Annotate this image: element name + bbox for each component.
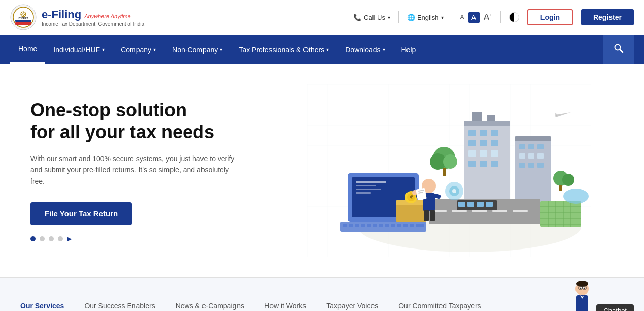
- language-chevron-icon: ▾: [441, 15, 444, 20]
- divider-3: [500, 11, 501, 23]
- svg-rect-27: [464, 121, 510, 126]
- svg-rect-23: [491, 150, 498, 157]
- carousel-next-icon[interactable]: ▶: [67, 235, 72, 242]
- globe-icon: 🌐: [407, 14, 415, 21]
- login-button[interactable]: Login: [527, 9, 573, 25]
- svg-rect-71: [356, 181, 386, 183]
- noncompany-chevron-icon: ▾: [220, 47, 222, 52]
- nav-item-home[interactable]: Home: [10, 36, 45, 64]
- svg-rect-25: [480, 161, 487, 167]
- svg-point-115: [584, 288, 585, 289]
- nav-downloads-label: Downloads: [345, 46, 380, 54]
- svg-rect-19: [480, 140, 487, 146]
- how-it-works-label: How it Works: [264, 302, 306, 310]
- chatbot-label-container[interactable]: Chatbot: [596, 304, 634, 311]
- bottom-tab-taxpayer-voices[interactable]: Taxpayer Voices: [316, 294, 388, 311]
- svg-rect-99: [424, 210, 429, 221]
- svg-rect-101: [416, 188, 427, 201]
- chatbot-widget: Chatbot: [568, 278, 634, 311]
- isometric-scene-svg: ₹: [307, 84, 591, 257]
- svg-rect-58: [486, 202, 493, 207]
- nav-noncompany-label: Non-Company: [172, 46, 218, 54]
- taxpayer-voices-label: Taxpayer Voices: [326, 302, 378, 310]
- nav-item-taxprofessionals[interactable]: Tax Professionals & Others ▾: [230, 37, 337, 63]
- hero-title-line2: for all your tax needs: [30, 121, 214, 142]
- news-campaigns-label: News & e-Campaigns: [176, 302, 244, 310]
- bottom-tab-how-it-works[interactable]: How it Works: [254, 294, 316, 311]
- svg-rect-50: [452, 210, 467, 212]
- carousel-dot-4[interactable]: [58, 236, 63, 241]
- font-small-button[interactable]: A: [460, 14, 464, 21]
- svg-point-111: [576, 281, 588, 287]
- svg-rect-38: [528, 163, 534, 168]
- bottom-tab-news-campaigns[interactable]: News & e-Campaigns: [165, 294, 254, 311]
- svg-rect-89: [396, 204, 426, 222]
- font-controls: A A A+: [460, 12, 492, 23]
- svg-rect-55: [458, 202, 465, 207]
- register-button[interactable]: Register: [581, 9, 634, 25]
- hero-illustration: ₹: [284, 84, 614, 257]
- svg-rect-74: [356, 192, 371, 194]
- language-label: English: [417, 14, 439, 21]
- svg-rect-79: [361, 224, 365, 227]
- svg-rect-26: [491, 161, 498, 167]
- svg-rect-57: [477, 202, 484, 207]
- contrast-button[interactable]: [509, 12, 519, 22]
- nav-item-company[interactable]: Company ▾: [113, 37, 164, 63]
- svg-rect-7: [15, 22, 31, 25]
- bottom-tab-our-services[interactable]: Our Services: [10, 294, 74, 311]
- search-button[interactable]: [603, 35, 634, 64]
- carousel-dots: ▶: [30, 235, 284, 242]
- svg-rect-30: [515, 140, 551, 206]
- svg-rect-24: [468, 161, 476, 167]
- svg-rect-36: [537, 153, 544, 159]
- nav-item-downloads[interactable]: Downloads ▾: [337, 37, 393, 63]
- svg-point-68: [563, 189, 589, 204]
- font-medium-button[interactable]: A: [468, 12, 480, 23]
- font-large-button[interactable]: A+: [484, 12, 492, 23]
- file-tax-return-button[interactable]: File Your Tax Return: [30, 202, 132, 225]
- language-selector[interactable]: 🌐 English ▾: [407, 14, 444, 21]
- downloads-chevron-icon: ▾: [383, 47, 385, 52]
- committed-taxpayers-label: Our Committed Taxpayers: [398, 302, 481, 310]
- svg-rect-84: [391, 224, 395, 227]
- carousel-dot-3[interactable]: [49, 236, 54, 241]
- call-chevron-icon: ▾: [388, 15, 390, 20]
- svg-rect-8: [15, 20, 31, 22]
- bottom-tab-success-enablers[interactable]: Our Success Enablers: [74, 294, 165, 311]
- company-chevron-icon: ▾: [153, 47, 156, 52]
- svg-rect-20: [491, 140, 498, 146]
- carousel-dot-1[interactable]: [30, 236, 36, 241]
- call-us-button[interactable]: 📞 Call Us ▾: [353, 14, 390, 21]
- svg-rect-21: [468, 150, 476, 157]
- nav-item-noncompany[interactable]: Non-Company ▾: [164, 37, 230, 63]
- svg-rect-82: [379, 224, 383, 227]
- svg-rect-51: [472, 210, 487, 212]
- svg-rect-40: [515, 136, 551, 141]
- svg-rect-44: [443, 168, 446, 176]
- header-right: 📞 Call Us ▾ 🌐 English ▾ A A A+ Login Reg…: [353, 9, 634, 25]
- svg-rect-52: [492, 210, 507, 212]
- hero-title-line1: One-stop solution: [30, 100, 187, 120]
- divider-1: [398, 11, 399, 23]
- svg-point-109: [452, 189, 456, 193]
- svg-rect-86: [403, 224, 408, 227]
- svg-rect-85: [397, 224, 401, 227]
- svg-text:IT DEPT: IT DEPT: [18, 17, 28, 20]
- svg-rect-72: [356, 185, 376, 186]
- bottom-tab-committed-taxpayers[interactable]: Our Committed Taxpayers: [388, 294, 491, 311]
- bottom-tabs: Our Services Our Success Enablers News &…: [0, 277, 644, 311]
- svg-rect-18: [468, 140, 476, 146]
- chatbot-label[interactable]: Chatbot: [596, 304, 634, 311]
- nav-item-help[interactable]: Help: [393, 37, 424, 63]
- svg-rect-35: [528, 153, 534, 159]
- nav-item-individual[interactable]: Individual/HUF ▾: [45, 37, 113, 63]
- svg-rect-15: [468, 130, 476, 136]
- hero-content: One-stop solution for all your tax needs…: [30, 99, 284, 243]
- carousel-dot-2[interactable]: [40, 236, 45, 241]
- svg-rect-100: [430, 210, 435, 221]
- our-services-label: Our Services: [20, 302, 64, 310]
- nav-home-label: Home: [18, 45, 37, 53]
- svg-rect-81: [373, 224, 377, 227]
- svg-rect-78: [355, 224, 359, 227]
